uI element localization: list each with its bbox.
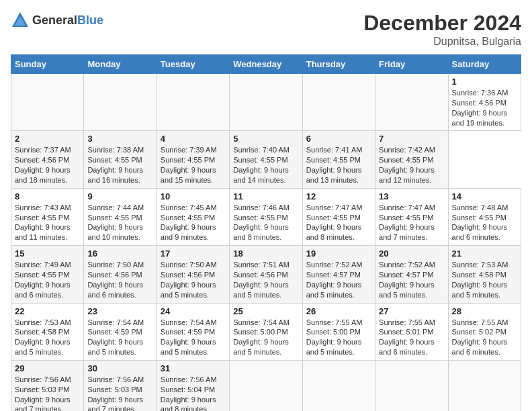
calendar-cell: 10Sunrise: 7:45 AMSunset: 4:55 PMDayligh… <box>157 188 229 245</box>
location: Dupnitsa, Bulgaria <box>363 36 521 48</box>
calendar-cell: 14Sunrise: 7:48 AMSunset: 4:55 PMDayligh… <box>448 188 521 245</box>
calendar-cell: 27Sunrise: 7:55 AMSunset: 5:01 PMDayligh… <box>375 303 448 360</box>
day-info: Sunrise: 7:54 AMSunset: 4:59 PMDaylight:… <box>161 318 226 357</box>
day-number: 22 <box>15 306 80 316</box>
calendar-cell: 31Sunrise: 7:56 AMSunset: 5:04 PMDayligh… <box>157 360 229 411</box>
weekday-header-saturday: Saturday <box>448 55 521 74</box>
title-block: December 2024 Dupnitsa, Bulgaria <box>363 11 521 48</box>
calendar-cell: 12Sunrise: 7:47 AMSunset: 4:55 PMDayligh… <box>302 188 375 245</box>
calendar-cell <box>84 74 157 131</box>
day-number: 3 <box>87 134 152 144</box>
calendar-cell: 20Sunrise: 7:52 AMSunset: 4:57 PMDayligh… <box>375 246 448 303</box>
day-info: Sunrise: 7:56 AMSunset: 5:03 PMDaylight:… <box>87 375 152 411</box>
weekday-header-wednesday: Wednesday <box>230 55 302 74</box>
day-number: 24 <box>161 306 226 316</box>
calendar-cell: 15Sunrise: 7:49 AMSunset: 4:55 PMDayligh… <box>11 246 84 303</box>
day-info: Sunrise: 7:49 AMSunset: 4:55 PMDaylight:… <box>15 260 80 300</box>
day-info: Sunrise: 7:38 AMSunset: 4:55 PMDaylight:… <box>87 145 152 185</box>
calendar-cell: 11Sunrise: 7:46 AMSunset: 4:55 PMDayligh… <box>230 188 302 245</box>
day-info: Sunrise: 7:51 AMSunset: 4:56 PMDaylight:… <box>233 260 298 300</box>
day-info: Sunrise: 7:37 AMSunset: 4:56 PMDaylight:… <box>15 145 80 185</box>
day-info: Sunrise: 7:55 AMSunset: 5:00 PMDaylight:… <box>306 318 371 357</box>
day-number: 31 <box>161 363 226 373</box>
calendar-cell <box>448 360 521 411</box>
calendar-table: SundayMondayTuesdayWednesdayThursdayFrid… <box>11 54 521 411</box>
calendar-cell: 21Sunrise: 7:53 AMSunset: 4:58 PMDayligh… <box>448 246 521 303</box>
calendar-cell: 19Sunrise: 7:52 AMSunset: 4:57 PMDayligh… <box>302 246 375 303</box>
day-info: Sunrise: 7:53 AMSunset: 4:58 PMDaylight:… <box>15 318 80 357</box>
page-header: GeneralBlue December 2024 Dupnitsa, Bulg… <box>11 11 521 48</box>
day-info: Sunrise: 7:43 AMSunset: 4:55 PMDaylight:… <box>15 203 80 242</box>
calendar-cell: 9Sunrise: 7:44 AMSunset: 4:55 PMDaylight… <box>84 188 157 245</box>
day-number: 8 <box>15 191 80 201</box>
calendar-cell: 17Sunrise: 7:50 AMSunset: 4:56 PMDayligh… <box>157 246 229 303</box>
calendar-cell: 24Sunrise: 7:54 AMSunset: 4:59 PMDayligh… <box>157 303 229 360</box>
calendar-cell <box>11 74 84 131</box>
day-info: Sunrise: 7:53 AMSunset: 4:58 PMDaylight:… <box>452 260 517 300</box>
day-info: Sunrise: 7:42 AMSunset: 4:55 PMDaylight:… <box>379 145 444 185</box>
day-info: Sunrise: 7:56 AMSunset: 5:03 PMDaylight:… <box>15 375 80 411</box>
calendar-cell: 16Sunrise: 7:50 AMSunset: 4:56 PMDayligh… <box>84 246 157 303</box>
calendar-cell: 22Sunrise: 7:53 AMSunset: 4:58 PMDayligh… <box>11 303 84 360</box>
logo-icon <box>11 11 30 30</box>
calendar-cell: 13Sunrise: 7:47 AMSunset: 4:55 PMDayligh… <box>375 188 448 245</box>
day-number: 14 <box>452 191 517 201</box>
day-info: Sunrise: 7:50 AMSunset: 4:56 PMDaylight:… <box>161 260 226 300</box>
calendar-cell: 4Sunrise: 7:39 AMSunset: 4:55 PMDaylight… <box>157 131 229 188</box>
calendar-cell: 25Sunrise: 7:54 AMSunset: 5:00 PMDayligh… <box>230 303 302 360</box>
day-info: Sunrise: 7:50 AMSunset: 4:56 PMDaylight:… <box>87 260 152 300</box>
day-info: Sunrise: 7:56 AMSunset: 5:04 PMDaylight:… <box>161 375 226 411</box>
calendar-cell: 29Sunrise: 7:56 AMSunset: 5:03 PMDayligh… <box>11 360 84 411</box>
day-number: 9 <box>87 191 152 201</box>
day-number: 2 <box>15 134 80 144</box>
calendar-cell <box>302 74 375 131</box>
day-info: Sunrise: 7:41 AMSunset: 4:55 PMDaylight:… <box>306 145 371 185</box>
calendar-cell: 2Sunrise: 7:37 AMSunset: 4:56 PMDaylight… <box>11 131 84 188</box>
day-number: 11 <box>233 191 298 201</box>
day-number: 21 <box>452 248 517 259</box>
day-info: Sunrise: 7:39 AMSunset: 4:55 PMDaylight:… <box>161 145 226 185</box>
day-number: 28 <box>452 306 517 316</box>
logo: GeneralBlue <box>11 11 103 30</box>
calendar-cell <box>375 74 448 131</box>
day-info: Sunrise: 7:54 AMSunset: 5:00 PMDaylight:… <box>233 318 298 357</box>
calendar-cell: 3Sunrise: 7:38 AMSunset: 4:55 PMDaylight… <box>84 131 157 188</box>
weekday-header-sunday: Sunday <box>11 55 84 74</box>
calendar-cell: 6Sunrise: 7:41 AMSunset: 4:55 PMDaylight… <box>302 131 375 188</box>
day-number: 17 <box>161 248 226 259</box>
calendar-cell <box>157 74 229 131</box>
day-number: 25 <box>233 306 298 316</box>
calendar-cell <box>230 360 302 411</box>
day-number: 20 <box>379 248 444 259</box>
weekday-header-tuesday: Tuesday <box>157 55 229 74</box>
day-info: Sunrise: 7:54 AMSunset: 4:59 PMDaylight:… <box>87 318 152 357</box>
day-number: 7 <box>379 134 444 144</box>
calendar-cell: 7Sunrise: 7:42 AMSunset: 4:55 PMDaylight… <box>375 131 448 188</box>
calendar-cell <box>375 360 448 411</box>
day-number: 16 <box>87 248 152 259</box>
calendar-cell: 8Sunrise: 7:43 AMSunset: 4:55 PMDaylight… <box>11 188 84 245</box>
day-info: Sunrise: 7:36 AMSunset: 4:56 PMDaylight:… <box>452 88 517 128</box>
day-info: Sunrise: 7:55 AMSunset: 5:01 PMDaylight:… <box>379 318 444 357</box>
day-info: Sunrise: 7:52 AMSunset: 4:57 PMDaylight:… <box>379 260 444 300</box>
day-number: 27 <box>379 306 444 316</box>
day-number: 4 <box>161 134 226 144</box>
day-info: Sunrise: 7:48 AMSunset: 4:55 PMDaylight:… <box>452 203 517 242</box>
day-info: Sunrise: 7:44 AMSunset: 4:55 PMDaylight:… <box>87 203 152 242</box>
calendar-cell: 5Sunrise: 7:40 AMSunset: 4:55 PMDaylight… <box>230 131 302 188</box>
day-number: 19 <box>306 248 371 259</box>
day-info: Sunrise: 7:52 AMSunset: 4:57 PMDaylight:… <box>306 260 371 300</box>
day-number: 23 <box>87 306 152 316</box>
logo-blue-text: Blue <box>77 13 103 27</box>
day-number: 13 <box>379 191 444 201</box>
calendar-cell: 26Sunrise: 7:55 AMSunset: 5:00 PMDayligh… <box>302 303 375 360</box>
day-number: 1 <box>452 77 517 87</box>
day-info: Sunrise: 7:40 AMSunset: 4:55 PMDaylight:… <box>233 145 298 185</box>
day-number: 10 <box>161 191 226 201</box>
day-number: 6 <box>306 134 371 144</box>
day-number: 12 <box>306 191 371 201</box>
day-info: Sunrise: 7:45 AMSunset: 4:55 PMDaylight:… <box>161 203 226 242</box>
day-number: 29 <box>15 363 80 373</box>
day-number: 26 <box>306 306 371 316</box>
day-info: Sunrise: 7:55 AMSunset: 5:02 PMDaylight:… <box>452 318 517 357</box>
